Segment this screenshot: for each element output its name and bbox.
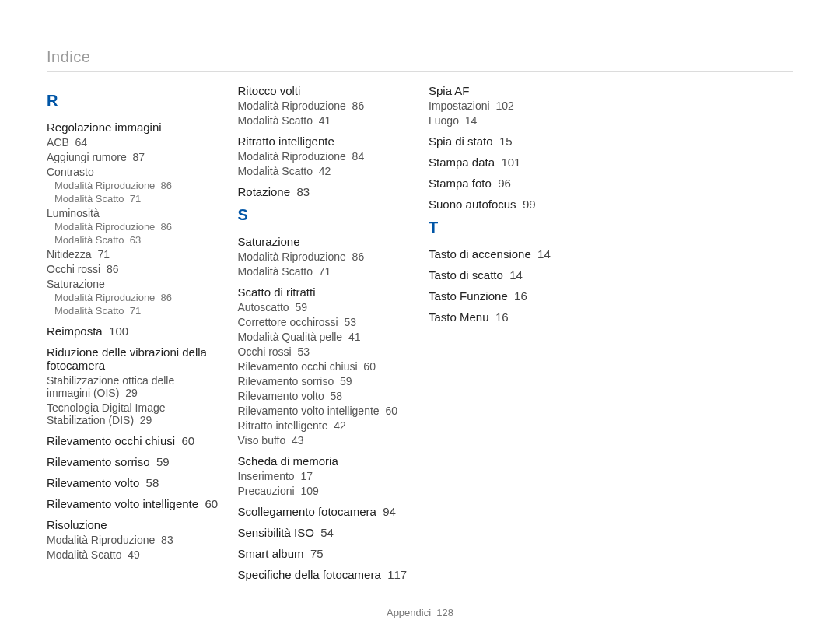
index-subentry[interactable]: Luogo 14 bbox=[429, 114, 603, 127]
index-entry-head[interactable]: Sensibilità ISO 54 bbox=[238, 526, 412, 539]
index-entry-head[interactable]: Specifiche della fotocamera 117 bbox=[238, 568, 412, 581]
index-entry[interactable]: Specifiche della fotocamera 117 bbox=[238, 568, 412, 581]
index-subentry[interactable]: ACB 64 bbox=[47, 136, 221, 149]
index-entry[interactable]: Rilevamento volto intelligente 60 bbox=[47, 497, 221, 510]
index-entry-head[interactable]: Reimposta 100 bbox=[47, 324, 221, 338]
index-entry-head[interactable]: Spia di stato 15 bbox=[429, 135, 603, 148]
index-entry-head[interactable]: Spia AF bbox=[429, 84, 603, 97]
index-subsubentry[interactable]: Modalità Riproduzione 86 bbox=[54, 180, 221, 191]
index-entry-head[interactable]: Tasto Menu 16 bbox=[429, 310, 603, 324]
index-subentry-label: Correttore occhirossi bbox=[238, 316, 338, 328]
index-subentry[interactable]: Nitidezza 71 bbox=[47, 248, 221, 261]
index-entry-head[interactable]: Tasto di scatto 14 bbox=[429, 268, 603, 282]
index-entry-head[interactable]: Suono autofocus 99 bbox=[429, 198, 603, 211]
index-entry-head[interactable]: Ritratto intelligente bbox=[238, 135, 412, 148]
index-entry[interactable]: Scollegamento fotocamera 94 bbox=[238, 505, 412, 518]
index-entry-head[interactable]: Scollegamento fotocamera 94 bbox=[238, 505, 412, 518]
index-entry-head[interactable]: Rilevamento sorriso 59 bbox=[47, 455, 221, 468]
index-entry[interactable]: Sensibilità ISO 54 bbox=[238, 526, 412, 539]
index-subentry[interactable]: Autoscatto 59 bbox=[238, 301, 412, 313]
index-entry[interactable]: Tasto di accensione 14 bbox=[429, 247, 603, 261]
index-subentry[interactable]: Saturazione bbox=[47, 278, 221, 290]
index-entry-head[interactable]: Rilevamento occhi chiusi 60 bbox=[47, 434, 221, 447]
index-entry[interactable]: Scatto di ritrattiAutoscatto 59Correttor… bbox=[238, 285, 412, 447]
index-subentry-page: 71 bbox=[319, 265, 331, 278]
index-entry[interactable]: Ritratto intelligenteModalità Riproduzio… bbox=[238, 135, 412, 177]
index-subsubentry[interactable]: Modalità Riproduzione 86 bbox=[54, 292, 221, 303]
index-entry-head[interactable]: Rotazione 83 bbox=[238, 185, 412, 198]
index-subentry[interactable]: Tecnologia Digital Image Stabilization (… bbox=[47, 401, 221, 426]
index-entry-head[interactable]: Tasto Funzione 16 bbox=[429, 289, 603, 303]
index-entry[interactable]: Tasto Menu 16 bbox=[429, 310, 603, 324]
index-subentry[interactable]: Ritratto intelligente 42 bbox=[238, 419, 412, 432]
index-subentry[interactable]: Luminosità bbox=[47, 207, 221, 219]
index-entry-head[interactable]: Rilevamento volto 58 bbox=[47, 476, 221, 489]
index-subsubentry[interactable]: Modalità Scatto 63 bbox=[54, 234, 221, 246]
index-entry[interactable]: Rilevamento occhi chiusi 60 bbox=[47, 434, 221, 447]
index-entry-head[interactable]: Stampa data 101 bbox=[429, 156, 603, 169]
index-entry-head[interactable]: Risoluzione bbox=[47, 518, 221, 531]
index-entry[interactable]: Tasto di scatto 14 bbox=[429, 268, 603, 282]
index-subentry[interactable]: Modalità Riproduzione 86 bbox=[238, 100, 412, 112]
index-entry[interactable]: SaturazioneModalità Riproduzione 86Modal… bbox=[238, 235, 412, 278]
index-subsubentry[interactable]: Modalità Scatto 71 bbox=[54, 305, 221, 317]
index-subentry-label: Rilevamento occhi chiusi bbox=[238, 360, 358, 373]
index-subentry[interactable]: Modalità Qualità pelle 41 bbox=[238, 331, 412, 343]
index-entry[interactable]: RisoluzioneModalità Riproduzione 83Modal… bbox=[47, 518, 221, 561]
index-subentry[interactable]: Modalità Riproduzione 83 bbox=[47, 534, 221, 546]
index-subentry[interactable]: Precauzioni 109 bbox=[238, 485, 412, 497]
index-entry[interactable]: Tasto Funzione 16 bbox=[429, 289, 603, 303]
index-subentry[interactable]: Viso buffo 43 bbox=[238, 434, 412, 447]
index-subentry[interactable]: Modalità Riproduzione 86 bbox=[238, 250, 412, 263]
index-entry[interactable]: Spia AFImpostazioni 102Luogo 14 bbox=[429, 84, 603, 127]
index-subentry[interactable]: Inserimento 17 bbox=[238, 470, 412, 482]
index-subentry[interactable]: Occhi rossi 53 bbox=[238, 345, 412, 358]
index-subentry[interactable]: Rilevamento volto intelligente 60 bbox=[238, 405, 412, 417]
index-entry[interactable]: Reimposta 100 bbox=[47, 324, 221, 338]
index-subentry[interactable]: Modalità Scatto 49 bbox=[47, 548, 221, 561]
index-subentry[interactable]: Stabilizzazione ottica delle immagini (O… bbox=[47, 374, 221, 399]
index-entry-head[interactable]: Scheda di memoria bbox=[238, 454, 412, 468]
index-entry-page: 14 bbox=[509, 268, 523, 282]
index-entry-head[interactable]: Ritocco volti bbox=[238, 84, 412, 97]
index-entry-head[interactable]: Tasto di accensione 14 bbox=[429, 247, 603, 261]
index-entry-head[interactable]: Smart album 75 bbox=[238, 547, 412, 560]
index-entry[interactable]: Stampa data 101 bbox=[429, 156, 603, 169]
index-subentry[interactable]: Aggiungi rumore 87 bbox=[47, 151, 221, 163]
index-entry[interactable]: Regolazione immaginiACB 64Aggiungi rumor… bbox=[47, 121, 221, 317]
index-entry-head[interactable]: Saturazione bbox=[238, 235, 412, 248]
index-entry[interactable]: Rilevamento volto 58 bbox=[47, 476, 221, 489]
index-subentry[interactable]: Contrasto bbox=[47, 166, 221, 178]
index-subentry-label: Modalità Scatto bbox=[238, 265, 313, 278]
index-entry[interactable]: Rilevamento sorriso 59 bbox=[47, 455, 221, 468]
index-subentry-page: 64 bbox=[75, 136, 88, 149]
index-subentry-label: Luogo bbox=[429, 114, 459, 127]
index-subentry[interactable]: Rilevamento sorriso 59 bbox=[238, 375, 412, 387]
index-subentry[interactable]: Rilevamento volto 58 bbox=[238, 390, 412, 402]
index-entry[interactable]: Stampa foto 96 bbox=[429, 177, 603, 190]
index-subentry[interactable]: Modalità Scatto 42 bbox=[238, 165, 412, 177]
index-entry[interactable]: Rotazione 83 bbox=[238, 185, 412, 198]
index-entry[interactable]: Ritocco voltiModalità Riproduzione 86Mod… bbox=[238, 84, 412, 127]
index-entry[interactable]: Scheda di memoriaInserimento 17Precauzio… bbox=[238, 454, 412, 497]
index-entry-head[interactable]: Rilevamento volto intelligente 60 bbox=[47, 497, 221, 510]
index-entry-head[interactable]: Riduzione delle vibrazioni della fotocam… bbox=[47, 345, 221, 372]
index-entry[interactable]: Suono autofocus 99 bbox=[429, 198, 603, 211]
index-entry[interactable]: Riduzione delle vibrazioni della fotocam… bbox=[47, 345, 221, 426]
index-subsubentry[interactable]: Modalità Riproduzione 86 bbox=[54, 221, 221, 233]
index-subentry[interactable]: Rilevamento occhi chiusi 60 bbox=[238, 360, 412, 373]
index-subentry-label: Modalità Riproduzione bbox=[238, 150, 346, 163]
index-entry[interactable]: Spia di stato 15 bbox=[429, 135, 603, 148]
index-subentry[interactable]: Modalità Scatto 41 bbox=[238, 114, 412, 127]
index-subentry[interactable]: Modalità Scatto 71 bbox=[238, 265, 412, 278]
index-subentry[interactable]: Modalità Riproduzione 84 bbox=[238, 150, 412, 163]
index-subentry[interactable]: Correttore occhirossi 53 bbox=[238, 316, 412, 328]
index-subentry[interactable]: Occhi rossi 86 bbox=[47, 263, 221, 275]
index-entry-head[interactable]: Scatto di ritratti bbox=[238, 285, 412, 299]
index-entry-label: Stampa data bbox=[429, 156, 495, 169]
index-entry[interactable]: Smart album 75 bbox=[238, 547, 412, 560]
index-entry-head[interactable]: Regolazione immagini bbox=[47, 121, 221, 134]
index-subentry[interactable]: Impostazioni 102 bbox=[429, 100, 603, 112]
index-entry-head[interactable]: Stampa foto 96 bbox=[429, 177, 603, 190]
index-subsubentry[interactable]: Modalità Scatto 71 bbox=[54, 193, 221, 205]
